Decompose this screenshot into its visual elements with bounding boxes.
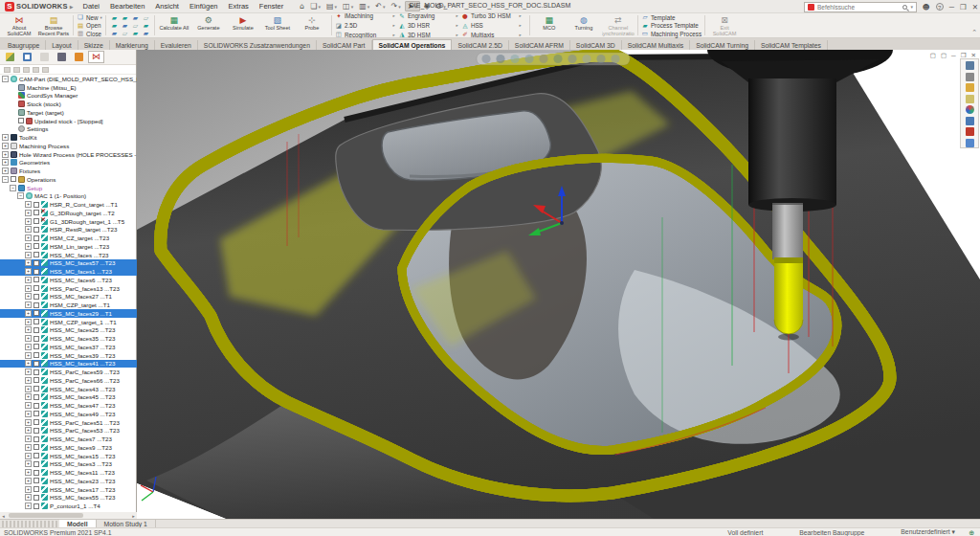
operation-hss_mc_faces[interactable]: +HSS_MC_faces ...T23 <box>0 251 137 259</box>
checkbox[interactable] <box>33 495 39 501</box>
checkbox[interactable] <box>33 294 39 300</box>
checkbox[interactable] <box>33 403 39 409</box>
expand-icon[interactable]: + <box>25 460 32 467</box>
viewport-split-icon[interactable]: ▢ <box>930 52 936 59</box>
tree-item-settings[interactable]: Settings <box>0 125 137 134</box>
drawing-icon[interactable]: ▱ <box>141 14 151 22</box>
tree-options-icon[interactable] <box>42 67 49 73</box>
expand-icon[interactable]: + <box>25 201 32 208</box>
generate-button[interactable]: ⚙Generate <box>192 14 225 37</box>
checkbox[interactable] <box>33 486 39 492</box>
tool-sheet-button[interactable]: ▧Tool Sheet <box>261 14 294 37</box>
solidcam-manager-tab[interactable]: ⋈ <box>88 51 104 63</box>
resources-icon[interactable] <box>966 73 974 81</box>
tree-horizontal-scrollbar[interactable]: ◂ ▸ <box>0 512 137 519</box>
turbo-3d-hsm-button[interactable]: ●Turbo 3D HSM▸ <box>461 12 524 20</box>
tree-item-machining[interactable]: +Machining Process <box>0 142 137 150</box>
tree-item-cam-part[interactable]: −CAM-Part (DIE_MOLD_PART_SECO_HSS_FOR_DO… <box>0 75 137 83</box>
checkbox[interactable] <box>33 470 39 476</box>
expand-icon[interactable]: + <box>25 427 32 434</box>
operation-hss_mc_faces45[interactable]: +HSS_MC_faces45 ...T23 <box>0 393 137 402</box>
calculate-all-button[interactable]: ▦Calculate All <box>158 14 190 37</box>
expand-icon[interactable]: + <box>25 411 32 417</box>
expand-icon[interactable]: + <box>25 243 32 250</box>
new-icon[interactable]: ❏▾ <box>308 2 323 11</box>
operation-hss_parc_faces53[interactable]: +HSS_ParC_faces53 ...T23 <box>0 427 137 436</box>
solidcam-icon[interactable] <box>966 127 974 136</box>
expand-icon[interactable]: + <box>25 268 32 275</box>
open-icon[interactable]: ▤▾ <box>324 2 339 11</box>
search-dropdown-icon[interactable]: ▾ <box>910 4 913 10</box>
expand-icon[interactable]: + <box>25 344 32 350</box>
tree-item-setup[interactable]: −Setup <box>0 184 137 192</box>
expand-icon[interactable]: + <box>25 436 32 442</box>
tab-solidcam-templates[interactable]: SolidCAM Templates <box>755 40 828 50</box>
checkbox[interactable] <box>33 377 39 383</box>
graphics-viewport[interactable]: ▢ ▢ ─ ❐ ✕ <box>137 50 980 519</box>
operation-g1_3drough_target_1[interactable]: +✕G1_3DRough_target_1 ...T5 <box>0 217 137 226</box>
3d-hsm-button[interactable]: ◮3D HSM▸ <box>398 32 461 39</box>
tab-solidcam-multiaxis[interactable]: SolidCAM Multiaxis <box>622 40 691 50</box>
assembly-icon[interactable]: ▰ <box>130 14 141 22</box>
open-button[interactable]: ▤Open <box>77 22 102 30</box>
tree-item-hole[interactable]: +Hole Wizard Process (HOLE PROCESSES - S… <box>0 150 137 159</box>
operation-hsr_r_cont_target[interactable]: +HSR_R_Cont_target ...T1 <box>0 200 137 209</box>
part-icon[interactable]: ▰ <box>130 30 141 37</box>
heads-up-view-toolbar[interactable] <box>477 53 630 65</box>
command-search-box[interactable]: ▾ <box>804 2 917 12</box>
tab-solidcam-part[interactable]: SolidCAM Part <box>317 40 372 50</box>
operation-hss_mc_faces23[interactable]: +HSS_MC_faces23 ...T23 <box>0 477 137 485</box>
expand-icon[interactable]: + <box>25 393 32 400</box>
viewport-canvas[interactable] <box>137 50 980 519</box>
home-icon[interactable] <box>966 61 974 70</box>
print-icon[interactable]: ▥▾ <box>357 2 371 11</box>
status-benutzerdefiniert[interactable]: Benutzerdefiniert ▾ <box>901 528 955 536</box>
expand-icon[interactable]: + <box>25 252 32 258</box>
search-icon[interactable] <box>902 5 907 10</box>
expand-icon[interactable]: − <box>10 185 16 191</box>
help-icon[interactable]: ? <box>936 3 944 11</box>
expand-icon[interactable]: + <box>25 277 32 283</box>
tab-solidcam-3d[interactable]: SolidCAM 3D <box>570 40 622 50</box>
checkbox[interactable] <box>33 478 39 483</box>
configuration-tab[interactable] <box>36 51 53 63</box>
close-button[interactable]: ▥Close <box>77 30 102 37</box>
operation-g_3drough_target[interactable]: +✕G_3DRough_target ...T2 <box>0 209 137 217</box>
operation-hss_mc_faces29[interactable]: +HSS_MC_faces29 ...T1 <box>0 309 137 318</box>
tree-item-coordsys[interactable]: CoordSys Manager <box>0 92 137 100</box>
expand-icon[interactable]: + <box>25 444 32 451</box>
expand-icon[interactable]: + <box>25 352 32 359</box>
menu-datei[interactable]: Datei <box>78 1 105 11</box>
operation-hss_mc_faces27[interactable]: +HSS_MC_faces27 ...T1 <box>0 293 137 302</box>
expand-icon[interactable]: + <box>25 453 32 459</box>
checkbox[interactable] <box>33 302 39 308</box>
expand-icon[interactable]: − <box>2 76 9 82</box>
checkbox[interactable] <box>33 260 39 266</box>
expand-icon[interactable]: + <box>25 494 32 501</box>
checkbox[interactable] <box>33 419 39 425</box>
imachining-button[interactable]: ✦iMachining▸ <box>335 12 398 20</box>
expand-icon[interactable]: + <box>25 502 32 509</box>
assembly-icon[interactable]: ▰ <box>120 22 130 30</box>
ribbon-collapse-icon[interactable]: ⌃ <box>971 29 977 36</box>
doc-minimize-icon[interactable]: ─ <box>951 52 956 59</box>
checkbox[interactable] <box>33 243 39 249</box>
display-manager-tab[interactable] <box>71 51 87 63</box>
units-globe-icon[interactable]: ⊕ <box>969 529 974 536</box>
drawing-icon[interactable]: ▱ <box>130 22 141 30</box>
checkbox[interactable] <box>33 235 39 241</box>
assembly-icon[interactable]: ▰ <box>141 30 151 37</box>
operation-hss_mc_faces37[interactable]: +HSS_MC_faces37 ...T23 <box>0 343 137 351</box>
doc-restore-icon[interactable]: ❐ <box>961 52 967 59</box>
mco-button[interactable]: ▦MCO <box>533 14 566 37</box>
expand-icon[interactable]: + <box>25 469 32 476</box>
view-palette-icon[interactable] <box>966 117 974 125</box>
operation-hss_mc_faces25[interactable]: +HSS_MC_faces25 ...T23 <box>0 326 137 335</box>
checkbox[interactable] <box>33 428 39 434</box>
operation-hss_mc_faces17[interactable]: +HSS_MC_faces17 ...T23 <box>0 485 137 494</box>
checkbox[interactable] <box>33 369 39 375</box>
operation-hss_mc_faces49[interactable]: +HSS_MC_faces49 ...T23 <box>0 410 137 418</box>
expand-collapse-icon[interactable] <box>33 67 39 73</box>
operation-hss_mc_faces47[interactable]: +HSS_MC_faces47 ...T23 <box>0 401 137 410</box>
brand-expand-arrow-icon[interactable]: ▶ <box>70 4 74 10</box>
